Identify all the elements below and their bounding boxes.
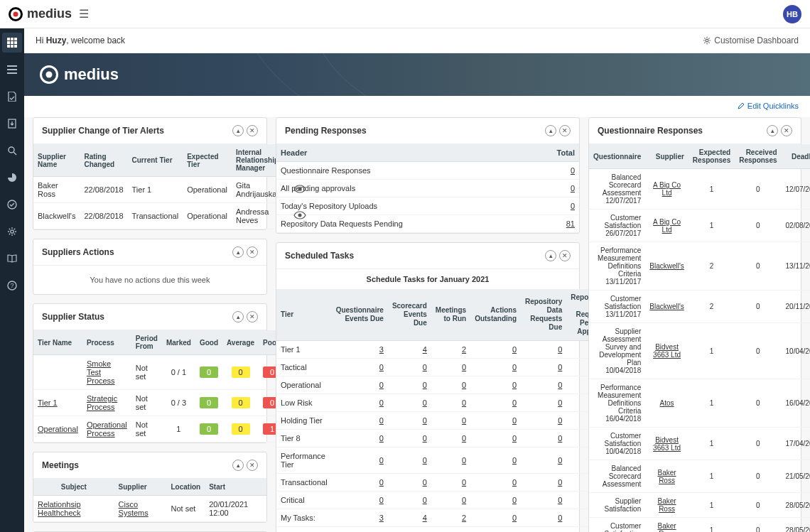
customise-dashboard-link[interactable]: Customise Dashboard — [703, 36, 799, 45]
count-link[interactable]: 0 — [462, 416, 466, 425]
count-link[interactable]: 0 — [379, 381, 384, 389]
banner: medius — [24, 53, 810, 96]
count-link[interactable]: 0 — [379, 363, 384, 371]
supplier-link[interactable]: Baker Ross — [657, 497, 676, 513]
count-link[interactable]: 4 — [423, 514, 427, 522]
count-link[interactable]: 0 — [423, 363, 427, 371]
collapse-icon[interactable]: ▴ — [232, 125, 244, 136]
count-link[interactable]: 4 — [423, 345, 427, 354]
nav-search-icon[interactable] — [2, 141, 22, 161]
supplier-link[interactable]: Bidvest 3663 Ltd — [653, 343, 681, 359]
table-row: Performance Tier000000 — [276, 447, 612, 474]
close-icon[interactable]: ✕ — [247, 125, 258, 136]
count-link[interactable]: 0 — [379, 478, 384, 487]
count-link[interactable]: 0 — [379, 434, 384, 443]
svg-rect-3 — [7, 41, 10, 44]
card-title: Pending Responses — [285, 126, 367, 136]
count-link[interactable]: 2 — [462, 514, 466, 522]
supplier-link[interactable]: Blackwell's — [649, 303, 684, 310]
table-row: Balanced Scorecard AssessmentBaker Ross1… — [589, 460, 810, 493]
supplier-link[interactable]: Blackwell's — [649, 262, 684, 270]
hamburger-icon[interactable]: ☰ — [79, 7, 89, 21]
logo-icon — [9, 7, 23, 21]
supplier-link[interactable]: Baker Ross — [657, 469, 676, 484]
welcome-suffix: , welcome back — [66, 36, 125, 45]
count-link[interactable]: 3 — [379, 345, 384, 354]
count-link[interactable]: 0 — [423, 456, 427, 465]
brand-logo[interactable]: medius — [9, 6, 72, 21]
gear-icon — [703, 36, 711, 45]
count-link[interactable]: 0 — [423, 398, 427, 407]
nav-check-icon[interactable] — [2, 195, 22, 215]
count-link[interactable]: 0 — [423, 416, 427, 425]
svg-rect-11 — [7, 72, 17, 74]
count-link[interactable]: 0 — [571, 184, 575, 192]
collapse-icon[interactable]: ▴ — [232, 246, 244, 258]
supplier-link[interactable]: A Big Co Ltd — [653, 218, 681, 234]
nav-help-icon[interactable]: ? — [2, 276, 22, 295]
count-link[interactable]: 3 — [379, 514, 384, 522]
count-link[interactable]: 0 — [423, 434, 427, 443]
eye-icon[interactable] — [293, 185, 306, 193]
close-icon[interactable]: ✕ — [559, 125, 571, 136]
pencil-icon — [738, 102, 745, 109]
count-link[interactable]: 0 — [462, 456, 466, 465]
table-row: Performance Measurement Definitions Crit… — [589, 242, 810, 291]
process-link[interactable]: Operational Process — [87, 420, 127, 438]
supplier-link[interactable]: Atos — [660, 399, 674, 407]
nav-doc-icon[interactable] — [2, 87, 22, 107]
close-icon[interactable]: ✕ — [781, 125, 792, 136]
close-icon[interactable]: ✕ — [247, 246, 258, 258]
collapse-icon[interactable]: ▴ — [545, 125, 556, 136]
supplier-link[interactable]: Bidvest 3663 Ltd — [653, 436, 681, 452]
close-icon[interactable]: ✕ — [247, 311, 258, 322]
count-link[interactable]: 0 — [571, 202, 575, 210]
supplier-link[interactable]: Cisco Systems — [119, 500, 148, 517]
banner-brand: medius — [64, 65, 119, 84]
count-link[interactable]: 0 — [462, 434, 466, 443]
collapse-icon[interactable]: ▴ — [545, 250, 556, 261]
count-link[interactable]: 81 — [566, 219, 575, 228]
count-link[interactable]: 0 — [379, 496, 384, 504]
count-link[interactable]: 0 — [571, 166, 575, 175]
tier-link[interactable]: Operational — [38, 425, 78, 433]
nav-chart-icon[interactable] — [2, 168, 22, 188]
count-link[interactable]: 2 — [462, 345, 466, 354]
process-link[interactable]: Strategic Process — [87, 394, 117, 411]
count-link[interactable]: 0 — [423, 496, 427, 504]
svg-rect-8 — [14, 45, 17, 48]
collapse-icon[interactable]: ▴ — [767, 125, 778, 136]
count-link[interactable]: 0 — [423, 381, 427, 389]
card-title: Scheduled Tasks — [285, 251, 354, 261]
nav-list-icon[interactable] — [2, 60, 22, 80]
count-link[interactable]: 0 — [379, 398, 384, 407]
count-link[interactable]: 0 — [462, 381, 466, 389]
nav-gear-icon[interactable] — [2, 222, 22, 241]
count-link[interactable]: 0 — [379, 456, 384, 465]
process-link[interactable]: Smoke Test Process — [87, 359, 115, 385]
user-avatar[interactable]: HB — [783, 5, 801, 23]
table-row: Tier 1342000 — [276, 341, 612, 359]
supplier-link[interactable]: A Big Co Ltd — [653, 181, 681, 197]
table-row: Smoke Test ProcessNot set0 / 1000 — [33, 355, 286, 390]
count-link[interactable]: 0 — [462, 496, 466, 504]
status-badge: 0 — [232, 367, 250, 378]
count-link[interactable]: 0 — [379, 416, 384, 425]
nav-book-icon[interactable] — [2, 249, 22, 268]
nav-grid-icon[interactable] — [2, 33, 22, 53]
meeting-subject-link[interactable]: Relationhsip Healthcheck — [38, 500, 81, 517]
count-link[interactable]: 0 — [462, 363, 466, 371]
tier-link[interactable]: Tier 1 — [38, 398, 58, 407]
close-icon[interactable]: ✕ — [559, 250, 571, 261]
count-link[interactable]: 0 — [462, 398, 466, 407]
collapse-icon[interactable]: ▴ — [232, 311, 244, 322]
edit-quicklinks-link[interactable]: Edit Quicklinks — [738, 102, 799, 110]
count-link[interactable]: 0 — [423, 478, 427, 487]
close-icon[interactable]: ✕ — [247, 460, 258, 471]
count-link[interactable]: 0 — [462, 478, 466, 487]
nav-download-icon[interactable] — [2, 114, 22, 134]
supplier-link[interactable]: Baker Ross — [657, 522, 676, 532]
eye-icon[interactable] — [293, 211, 306, 219]
svg-point-15 — [8, 200, 16, 209]
collapse-icon[interactable]: ▴ — [232, 460, 244, 471]
